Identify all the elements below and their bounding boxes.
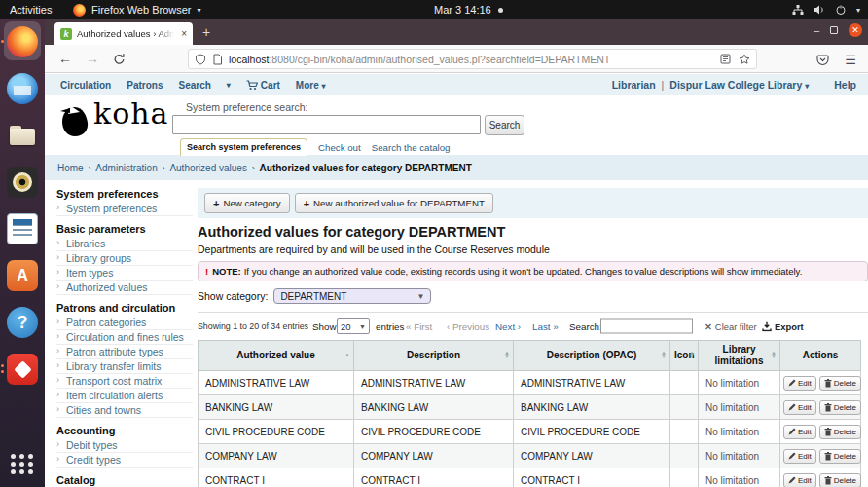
edit-button[interactable]: Edit [783,376,816,391]
sidebar-item-item-circulation-alerts[interactable]: Item circulation alerts [56,389,193,403]
delete-button[interactable]: Delete [819,376,861,391]
close-button[interactable]: ✕ [849,23,862,37]
nav-user[interactable]: Librarian [612,79,656,91]
breadcrumb-home[interactable]: Home [57,163,84,173]
limitations-cell: No limitation [699,420,780,444]
reload-button[interactable] [113,53,126,65]
menu-icon[interactable]: ☰ [845,53,856,67]
back-button[interactable]: ← [58,51,72,66]
new-category-button[interactable]: +New category [204,193,290,213]
edit-button[interactable]: Edit [783,425,816,439]
system-tray[interactable]: ▾ [792,4,860,16]
sidebar-heading: Basic parameters [56,223,193,235]
breadcrumb-administration[interactable]: Administration [95,163,157,173]
edit-button[interactable]: Edit [783,449,816,464]
edit-button[interactable]: Edit [783,400,816,415]
sidebar-item-debit-types[interactable]: Debit types [56,438,193,453]
pagination-first[interactable]: « First [406,321,432,332]
new-authorized-value-button[interactable]: +New authorized value for DEPARTMENT [295,193,493,213]
dock-libreoffice-writer[interactable] [0,206,45,251]
sidebar-item-patron-attribute-types[interactable]: Patron attribute types [56,345,193,359]
maximize-button[interactable] [830,26,838,34]
window-title-menu[interactable]: Firefox Web Browser ▾ [73,4,201,17]
sidebar-item-patron-categories[interactable]: Patron categories [56,316,193,330]
column-header[interactable]: Description (OPAC)▲▼ [514,341,670,371]
dock-help[interactable]: ? [0,300,45,345]
pagination-last[interactable]: Last » [532,321,559,332]
tab-search-catalog[interactable]: Search the catalog [372,142,451,153]
nav-more[interactable]: More ▾ [296,80,326,91]
sidebar-item-cities-and-towns[interactable]: Cities and towns [56,403,193,418]
sidebar-item-circulation-and-fines-rules[interactable]: Circulation and fines rules [56,330,193,345]
filter-search-label: Search: [569,321,602,332]
show-applications-button[interactable] [0,444,45,483]
authorized-values-table: Authorized value▲Description▲▼Descriptio… [198,340,861,487]
rhythmbox-icon [7,167,38,198]
pref-search-input[interactable] [172,115,481,134]
nav-library[interactable]: Dispur Law College Library ▾ [669,79,809,91]
sidebar-item-system-preferences[interactable]: System preferences [56,202,193,216]
sidebar-item-credit-types[interactable]: Credit types [56,453,193,468]
tab-check-out[interactable]: Check out [318,142,361,153]
dock-rhythmbox[interactable] [0,160,45,205]
new-tab-button[interactable]: + [202,24,210,40]
nav-help[interactable]: Help [834,79,856,91]
koha-logo[interactable]: koha [58,99,168,139]
nav-cart[interactable]: Cart [246,80,280,91]
opac-cell: CIVIL PROCEDURE CODE [514,420,670,444]
page-size-select[interactable]: 20▼ [337,318,370,334]
delete-button[interactable]: Delete [819,449,861,464]
nav-search-dropdown[interactable]: ▾ [227,81,231,90]
koha-favicon: k [60,28,72,40]
export-icon [762,321,772,331]
delete-button[interactable]: Delete [819,425,861,439]
sidebar-item-library-groups[interactable]: Library groups [56,251,193,266]
sidebar-item-transport-cost-matrix[interactable]: Transport cost matrix [56,374,193,389]
pocket-icon[interactable] [816,54,829,66]
sidebar-item-libraries[interactable]: Libraries [56,237,193,251]
filter-search-input[interactable] [600,319,693,334]
koha-page: Circulation Patrons Search ▾ Cart More ▾… [45,74,868,487]
sidebar-item-library-transfer-limits[interactable]: Library transfer limits [56,359,193,374]
page-info-icon[interactable] [212,54,223,65]
minimize-button[interactable]: – [814,25,819,36]
tab-search-system-preferences[interactable]: Search system preferences [180,138,307,156]
category-select[interactable]: DEPARTMENT▼ [273,288,431,304]
url-bar[interactable]: localhost:8080/cgi-bin/koha/admin/author… [188,49,757,69]
pagination-next[interactable]: Next › [495,321,521,332]
nav-patrons[interactable]: Patrons [127,80,163,91]
column-header[interactable]: Icon▲▼ [670,341,699,371]
clock[interactable]: Mar 3 14:16 [434,4,503,16]
edit-button[interactable]: Edit [783,473,816,487]
reader-mode-icon[interactable] [720,54,731,64]
column-header[interactable]: Description▲▼ [354,341,514,371]
browser-tab[interactable]: k Authorized values › Admi × [54,22,193,45]
dock-files[interactable] [0,113,45,158]
forward-button[interactable]: → [86,51,99,66]
bookmark-star-icon[interactable] [739,54,750,65]
tab-close-icon[interactable]: × [181,28,187,39]
export-button[interactable]: Export [762,321,804,332]
dock-ubuntu-software[interactable]: A [0,253,45,298]
delete-button[interactable]: Delete [819,400,861,415]
activities-button[interactable]: Activities [10,4,52,16]
dock-firefox[interactable] [0,19,45,64]
pagination-previous[interactable]: ‹ Previous [447,321,489,332]
sidebar-item-authorized-values[interactable]: Authorized values [56,281,193,295]
nav-circulation[interactable]: Circulation [60,80,111,91]
value-cell: BANKING LAW [199,395,354,420]
dock-thunderbird[interactable] [0,66,45,111]
column-header[interactable]: Authorized value▲ [199,341,354,371]
sidebar-item-item-types[interactable]: Item types [56,266,193,281]
delete-button[interactable]: Delete [819,473,861,487]
dock-remote-app[interactable] [0,347,45,392]
nav-search[interactable]: Search [178,80,210,91]
pref-search-button[interactable]: Search [485,115,524,135]
shield-icon[interactable] [195,54,206,65]
clear-filter-button[interactable]: ✕Clear filter [705,321,757,332]
breadcrumb-authorized-values[interactable]: Authorized values [169,163,247,173]
column-header[interactable]: Library limitations▲▼ [699,341,780,371]
volume-icon [814,4,825,16]
limitations-cell: No limitation [699,395,780,420]
url-text[interactable]: localhost:8080/cgi-bin/koha/admin/author… [229,54,714,65]
